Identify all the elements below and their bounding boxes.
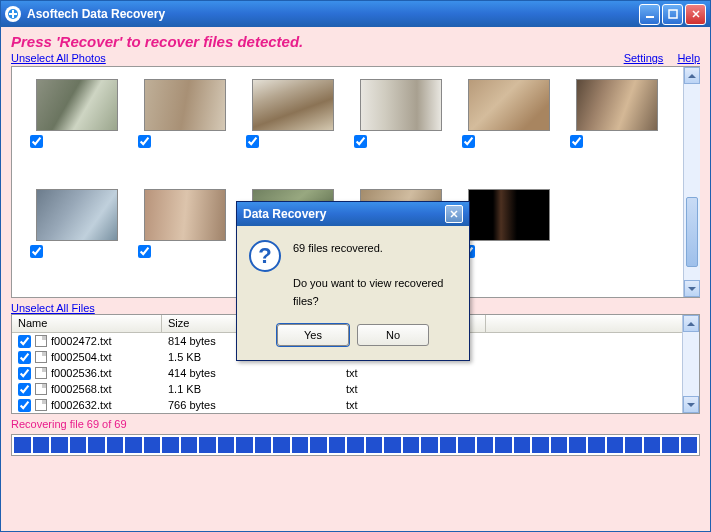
progress-segment bbox=[403, 437, 420, 453]
photo-checkbox[interactable] bbox=[570, 135, 583, 148]
photo-thumbnail[interactable] bbox=[36, 79, 118, 131]
unselect-all-photos-link[interactable]: Unselect All Photos bbox=[11, 52, 106, 64]
file-name: f0002504.txt bbox=[51, 351, 112, 363]
table-row[interactable]: f0002536.txt414 bytestxt bbox=[12, 365, 699, 381]
close-button[interactable] bbox=[685, 4, 706, 25]
file-checkbox[interactable] bbox=[18, 383, 31, 396]
progress-bar bbox=[11, 434, 700, 456]
scroll-thumb[interactable] bbox=[686, 197, 698, 267]
app-icon bbox=[5, 6, 21, 22]
file-extension: txt bbox=[340, 399, 486, 411]
progress-segment bbox=[51, 437, 68, 453]
file-size: 1.1 KB bbox=[162, 383, 340, 395]
progress-segment bbox=[14, 437, 31, 453]
progress-segment bbox=[181, 437, 198, 453]
progress-segment bbox=[310, 437, 327, 453]
unselect-all-files-link[interactable]: Unselect All Files bbox=[11, 302, 95, 314]
photo-thumbnail[interactable] bbox=[144, 189, 226, 241]
photo-thumbnail[interactable] bbox=[468, 79, 550, 131]
photo-checkbox[interactable] bbox=[246, 135, 259, 148]
photo-checkbox[interactable] bbox=[138, 135, 151, 148]
settings-link[interactable]: Settings bbox=[624, 52, 664, 64]
file-icon bbox=[35, 399, 47, 411]
column-header-empty[interactable] bbox=[486, 315, 699, 332]
progress-segment bbox=[366, 437, 383, 453]
scroll-up-button[interactable] bbox=[684, 67, 700, 84]
progress-segment bbox=[236, 437, 253, 453]
photo-item[interactable] bbox=[346, 79, 454, 189]
photo-thumbnail[interactable] bbox=[576, 79, 658, 131]
progress-segment bbox=[88, 437, 105, 453]
file-icon bbox=[35, 383, 47, 395]
progress-segment bbox=[532, 437, 549, 453]
progress-segment bbox=[218, 437, 235, 453]
photo-thumbnail[interactable] bbox=[468, 189, 550, 241]
table-row[interactable]: f0002632.txt766 bytestxt bbox=[12, 397, 699, 413]
progress-segment bbox=[273, 437, 290, 453]
table-row[interactable]: f0002568.txt1.1 KBtxt bbox=[12, 381, 699, 397]
photo-item[interactable] bbox=[130, 189, 238, 298]
progress-segment bbox=[440, 437, 457, 453]
minimize-button[interactable] bbox=[639, 4, 660, 25]
scroll-down-button[interactable] bbox=[684, 280, 700, 297]
help-link[interactable]: Help bbox=[677, 52, 700, 64]
progress-segment bbox=[329, 437, 346, 453]
yes-button[interactable]: Yes bbox=[277, 324, 349, 346]
dialog-close-button[interactable] bbox=[445, 205, 463, 223]
progress-segment bbox=[144, 437, 161, 453]
file-checkbox[interactable] bbox=[18, 351, 31, 364]
file-checkbox[interactable] bbox=[18, 335, 31, 348]
progress-segment bbox=[292, 437, 309, 453]
photo-item[interactable] bbox=[562, 79, 670, 189]
progress-segment bbox=[625, 437, 642, 453]
photo-item[interactable] bbox=[238, 79, 346, 189]
progress-segment bbox=[551, 437, 568, 453]
file-extension: txt bbox=[340, 383, 486, 395]
photo-item[interactable] bbox=[454, 79, 562, 189]
progress-segment bbox=[255, 437, 272, 453]
maximize-button[interactable] bbox=[662, 4, 683, 25]
dialog-line1: 69 files recovered. bbox=[293, 240, 457, 258]
svg-rect-1 bbox=[646, 16, 654, 18]
progress-segment bbox=[199, 437, 216, 453]
file-name: f0002536.txt bbox=[51, 367, 112, 379]
photo-checkbox[interactable] bbox=[462, 135, 475, 148]
photo-checkbox[interactable] bbox=[354, 135, 367, 148]
photo-checkbox[interactable] bbox=[30, 135, 43, 148]
file-icon bbox=[35, 335, 47, 347]
photo-thumbnail[interactable] bbox=[252, 79, 334, 131]
photo-scrollbar[interactable] bbox=[683, 67, 700, 297]
photo-thumbnail[interactable] bbox=[144, 79, 226, 131]
files-scroll-up-button[interactable] bbox=[683, 315, 699, 332]
progress-segment bbox=[662, 437, 679, 453]
svg-rect-2 bbox=[669, 10, 677, 18]
photo-thumbnail[interactable] bbox=[36, 189, 118, 241]
no-button[interactable]: No bbox=[357, 324, 429, 346]
progress-segment bbox=[458, 437, 475, 453]
files-scrollbar[interactable] bbox=[682, 315, 699, 413]
column-header-name[interactable]: Name bbox=[12, 315, 162, 332]
progress-segment bbox=[162, 437, 179, 453]
app-window: Asoftech Data Recovery Press 'Recover' t… bbox=[0, 0, 711, 532]
photo-item[interactable] bbox=[454, 189, 562, 298]
file-size: 766 bytes bbox=[162, 399, 340, 411]
photo-checkbox[interactable] bbox=[138, 245, 151, 258]
titlebar: Asoftech Data Recovery bbox=[1, 1, 710, 27]
files-scroll-down-button[interactable] bbox=[683, 396, 699, 413]
dialog-line2: Do you want to view recovered files? bbox=[293, 275, 457, 310]
progress-segment bbox=[384, 437, 401, 453]
photo-thumbnail[interactable] bbox=[360, 79, 442, 131]
progress-segment bbox=[107, 437, 124, 453]
progress-segment bbox=[70, 437, 87, 453]
photo-item[interactable] bbox=[22, 189, 130, 298]
window-title: Asoftech Data Recovery bbox=[27, 7, 639, 21]
photo-item[interactable] bbox=[130, 79, 238, 189]
progress-segment bbox=[347, 437, 364, 453]
photo-item[interactable] bbox=[22, 79, 130, 189]
file-checkbox[interactable] bbox=[18, 367, 31, 380]
progress-segment bbox=[125, 437, 142, 453]
file-checkbox[interactable] bbox=[18, 399, 31, 412]
file-name: f0002632.txt bbox=[51, 399, 112, 411]
photo-checkbox[interactable] bbox=[30, 245, 43, 258]
progress-segment bbox=[477, 437, 494, 453]
